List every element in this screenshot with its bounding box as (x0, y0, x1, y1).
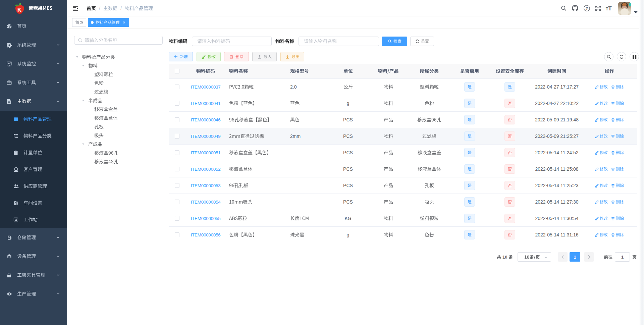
svg-text:?: ? (586, 6, 588, 10)
svg-text:K: K (17, 7, 22, 13)
